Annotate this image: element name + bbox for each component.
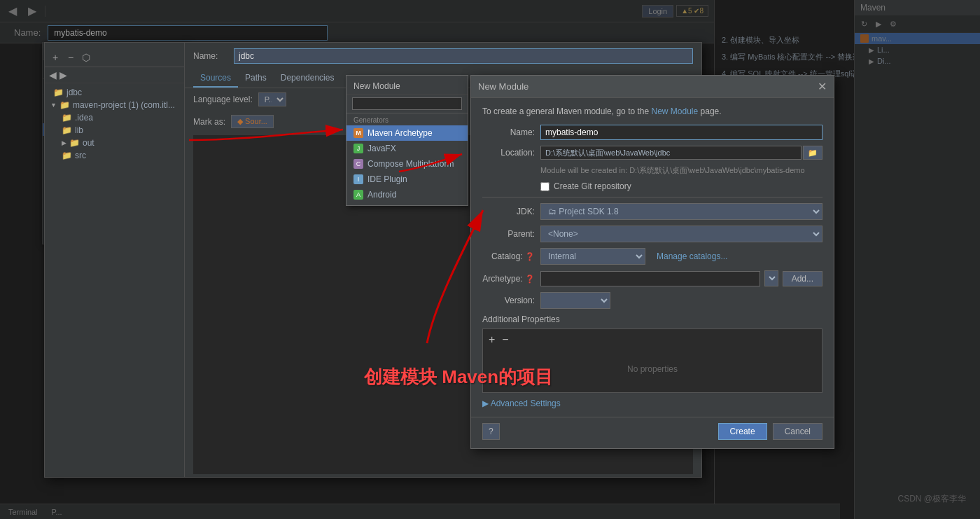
nmd-version-row: Version: [482,292,822,309]
nmd-parent-select[interactable]: <None> [540,226,822,242]
nmd-archetype-question[interactable]: ❓ [525,275,535,283]
nm-ide-label: IDE Plugin [368,174,407,184]
nm-item-maven[interactable]: M Maven Archetype [346,125,468,141]
nmd-title-text: New Module [478,81,528,92]
nmd-git-label: Create Git repository [554,181,631,191]
nm-android-label: Android [368,190,396,200]
nmd-catalog-question[interactable]: ❓ [525,252,535,261]
nmd-add-btn[interactable]: Add... [783,271,822,286]
nm-javafx-label: JavaFX [368,144,396,153]
nmd-name-label: Name: [482,127,535,137]
nmd-manage-catalogs-link[interactable]: Manage catalogs... [657,251,727,261]
nmd-desc-suffix: page. [701,106,722,116]
nmd-close-btn[interactable]: ✕ [818,80,827,93]
javafx-icon: J [354,144,363,153]
nmd-props-toolbar: + − [487,333,818,346]
nmd-archetype-input[interactable] [540,271,760,286]
nmd-footer: ? Create Cancel [471,417,834,448]
annotation-text: 创建模块 Maven的项目 [364,365,553,389]
nm-item-javafx[interactable]: J JavaFX [346,141,468,156]
new-module-popup: New Module Generators M Maven Archetype … [346,75,468,206]
nm-maven-label: Maven Archetype [368,128,433,138]
nmd-parent-label: Parent: [482,229,535,239]
android-icon: A [354,190,363,200]
nmd-git-checkbox[interactable] [540,182,550,191]
nmd-separator-1 [482,197,822,198]
nmd-additional-props-label: Additional Properties [482,314,822,324]
nm-generators-label: Generators [346,113,468,125]
nmd-archetype-label: Archetype: ❓ [482,274,535,284]
nm-item-android[interactable]: A Android [346,187,468,202]
nmd-advanced-settings[interactable]: ▶ Advanced Settings [482,399,822,408]
nmd-parent-row: Parent: <None> [482,226,822,242]
nmd-new-module-link[interactable]: New Module [652,106,699,116]
nmd-location-input-area: 📁 [540,146,822,160]
nm-new-module-header[interactable]: New Module [346,78,468,95]
nmd-create-btn[interactable]: Create [718,423,767,440]
compose-icon: C [354,159,363,169]
nmd-name-row: Name: [482,125,822,140]
nmd-jdk-row: JDK: 🗂 Project SDK 1.8 [482,203,822,220]
nm-item-compose[interactable]: C Compose Multiplatform [346,156,468,172]
nmd-description: To create a general Maven module, go to … [482,106,822,116]
new-module-dialog: New Module ✕ To create a general Maven m… [470,75,834,449]
nmd-browse-btn[interactable]: 📁 [803,146,822,160]
nmd-title-bar: New Module ✕ [471,76,834,98]
nmd-location-input[interactable] [540,146,802,160]
nmd-archetype-dropdown[interactable] [764,270,778,286]
ide-plugin-icon: I [354,174,363,184]
maven-archetype-icon: M [354,128,363,138]
nmd-help-btn[interactable]: ? [482,423,500,440]
nm-new-module-label: New Module [354,81,400,91]
nmd-catalog-row: Catalog: ❓ Internal Manage catalogs... [482,248,822,265]
nmd-cancel-btn[interactable]: Cancel [773,423,822,440]
nmd-archetype-input-area: Add... [540,270,822,286]
nmd-location-label: Location: [482,148,535,158]
nmd-name-input[interactable] [540,125,822,140]
nmd-props-add-btn[interactable]: + [487,333,496,346]
nm-search-input[interactable] [352,97,462,110]
nmd-location-row: Location: 📁 [482,146,822,160]
nmd-git-row: Create Git repository [540,181,822,191]
nm-search-area [346,95,468,113]
nmd-catalog-label: Catalog: ❓ [482,251,535,261]
nmd-jdk-label: JDK: [482,207,535,216]
nmd-props-remove-btn[interactable]: − [500,333,510,346]
nm-item-ide-plugin[interactable]: I IDE Plugin [346,172,468,187]
nmd-archetype-row: Archetype: ❓ Add... [482,270,822,286]
nmd-desc-text: To create a general Maven module, go to … [482,106,649,116]
nmd-catalog-select[interactable]: Internal [540,248,645,265]
nmd-version-label: Version: [482,296,535,305]
nmd-version-select[interactable] [540,292,610,309]
nmd-hint-text: Module will be created in: D:\系统默认\桌面\we… [540,165,822,176]
nm-compose-label: Compose Multiplatform [368,159,454,169]
nmd-jdk-select[interactable]: 🗂 Project SDK 1.8 [540,203,822,220]
